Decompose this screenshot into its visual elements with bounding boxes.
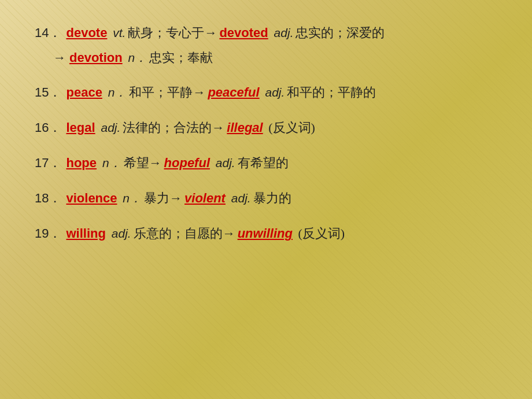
pos-16a: adj. bbox=[98, 119, 121, 137]
pos-17b: adj. bbox=[212, 154, 235, 172]
entry-14: 14． devote vt. 献身；专心于→ devoted adj. 忠实的；… bbox=[35, 23, 497, 42]
meaning-15a: 和平；平静→ bbox=[129, 83, 205, 102]
word-illegal: illegal bbox=[227, 118, 263, 137]
arrow-14: → bbox=[53, 50, 66, 65]
pos-19a: adj. bbox=[108, 224, 131, 243]
word-devoted: devoted bbox=[219, 23, 268, 42]
entry-15: 15． peace n． 和平；平静→ peaceful adj. 和平的；平静… bbox=[35, 83, 497, 102]
entry-num-17: 17． bbox=[35, 153, 61, 172]
meaning-14a: 献身；专心于→ bbox=[128, 23, 217, 42]
word-devote: devote bbox=[66, 23, 107, 42]
meaning-14b: 忠实的；深爱的 bbox=[295, 23, 385, 42]
meaning-17b: 有希望的 bbox=[238, 153, 289, 172]
entry-19: 19． willing adj. 乐意的；自愿的→ unwilling (反义词… bbox=[35, 224, 497, 243]
word-peace: peace bbox=[66, 83, 102, 102]
entry-17: 17． hope n． 希望→ hopeful adj. 有希望的 bbox=[35, 153, 497, 172]
main-content: 14． devote vt. 献身；专心于→ devoted adj. 忠实的；… bbox=[0, 0, 532, 276]
word-willing: willing bbox=[66, 224, 105, 243]
entry-14-cont: → devotion n． 忠实；奉献 bbox=[35, 49, 497, 66]
word-violent: violent bbox=[184, 189, 226, 208]
meaning-14c: 忠实；奉献 bbox=[149, 49, 213, 66]
pos-18a: n． bbox=[120, 189, 142, 208]
meaning-18a: 暴力→ bbox=[144, 189, 182, 208]
pos-18b: adj. bbox=[228, 189, 251, 208]
word-hopeful: hopeful bbox=[164, 153, 210, 172]
word-legal: legal bbox=[66, 118, 95, 137]
entry-16: 16． legal adj. 法律的；合法的→ illegal (反义词) bbox=[35, 118, 497, 137]
word-hope: hope bbox=[66, 153, 97, 172]
entry-num-15: 15． bbox=[35, 83, 61, 102]
pos-15b: adj. bbox=[262, 83, 285, 102]
entry-num-18: 18． bbox=[35, 189, 61, 208]
entry-18: 18． violence n． 暴力→ violent adj. 暴力的 bbox=[35, 189, 497, 208]
word-violence: violence bbox=[66, 189, 117, 208]
pos-17a: n． bbox=[99, 154, 121, 172]
pos-14a: vt. bbox=[109, 24, 125, 42]
entry-num-19: 19． bbox=[35, 224, 61, 243]
meaning-19b: (反义词) bbox=[295, 224, 345, 243]
pos-14c: n． bbox=[125, 50, 147, 66]
word-unwilling: unwilling bbox=[238, 224, 293, 243]
pos-15a: n． bbox=[105, 83, 127, 102]
entry-num-14: 14． bbox=[35, 23, 61, 42]
meaning-16a: 法律的；合法的→ bbox=[123, 118, 224, 137]
word-devotion: devotion bbox=[69, 50, 123, 65]
meaning-18b: 暴力的 bbox=[253, 189, 291, 208]
pos-14b: adj. bbox=[271, 24, 294, 42]
meaning-15b: 和平的；平静的 bbox=[287, 83, 376, 102]
entry-num-16: 16． bbox=[35, 118, 61, 137]
meaning-19a: 乐意的；自愿的→ bbox=[134, 224, 235, 243]
meaning-16b: (反义词) bbox=[265, 118, 315, 137]
meaning-17a: 希望→ bbox=[124, 153, 162, 172]
word-peaceful: peaceful bbox=[208, 83, 259, 102]
